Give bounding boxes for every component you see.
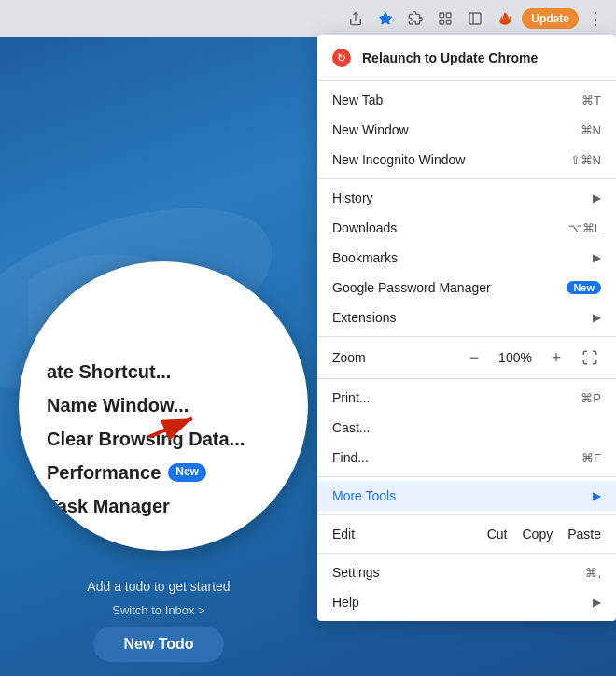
zoom-menu-item[interactable]: Zoom − 100% + <box>317 341 616 374</box>
switch-inbox-link[interactable]: Switch to Inbox > <box>112 603 204 617</box>
zoom-label: Zoom <box>332 350 463 365</box>
bookmarks-arrow-icon: ▶ <box>593 251 601 264</box>
password-manager-menu-item[interactable]: Google Password Manager New <box>317 273 616 303</box>
svg-rect-4 <box>440 20 444 24</box>
magnify-item-performance[interactable]: Performance New <box>47 460 206 485</box>
svg-rect-6 <box>469 13 481 24</box>
sidebar-icon[interactable] <box>462 6 488 32</box>
edit-menu-item[interactable]: Edit Cut Copy Paste <box>317 519 616 549</box>
copy-button[interactable]: Copy <box>523 527 553 542</box>
divider-3 <box>317 336 616 337</box>
divider-2 <box>317 178 616 179</box>
three-dots-menu-icon[interactable]: ⋮ <box>582 6 609 32</box>
bottom-content: Add a todo to get started Switch to Inbo… <box>0 564 317 676</box>
divider-6 <box>317 514 616 515</box>
puzzle-icon[interactable] <box>402 6 428 32</box>
svg-rect-5 <box>447 20 452 24</box>
edit-label: Edit <box>332 527 487 542</box>
magnify-item-shortcut[interactable]: ate Shortcut... <box>47 359 171 384</box>
help-menu-item[interactable]: Help ▶ <box>317 587 616 617</box>
relaunch-icon: ↻ <box>332 49 351 67</box>
more-tools-arrow-icon: ▶ <box>593 489 601 502</box>
extensions-menu-item[interactable]: Extensions ▶ <box>317 303 616 332</box>
new-window-menu-item[interactable]: New Window ⌘N <box>317 115 616 145</box>
history-arrow-icon: ▶ <box>593 191 601 204</box>
divider-7 <box>317 553 616 554</box>
cast-menu-item[interactable]: Cast... <box>317 413 616 443</box>
zoom-fullscreen-icon[interactable] <box>579 346 601 369</box>
downloads-menu-item[interactable]: Downloads ⌥⌘L <box>317 213 616 243</box>
bookmarks-menu-item[interactable]: Bookmarks ▶ <box>317 243 616 273</box>
add-todo-text: Add a todo to get started <box>87 579 230 594</box>
svg-rect-2 <box>440 13 444 18</box>
zoom-controls: − 100% + <box>463 346 601 369</box>
divider-4 <box>317 378 616 379</box>
password-manager-new-badge: New <box>567 281 601 294</box>
chrome-dropdown-menu: ↻ Relaunch to Update Chrome New Tab ⌘T N… <box>317 35 616 621</box>
new-todo-button[interactable]: New Todo <box>93 627 223 662</box>
divider-5 <box>317 476 616 477</box>
edit-actions: Cut Copy Paste <box>487 527 601 542</box>
paste-button[interactable]: Paste <box>567 527 601 542</box>
relaunch-menu-item[interactable]: ↻ Relaunch to Update Chrome <box>317 39 616 77</box>
extensions-arrow-icon: ▶ <box>593 311 601 324</box>
new-incognito-menu-item[interactable]: New Incognito Window ⇧⌘N <box>317 145 616 175</box>
update-button[interactable]: Update <box>522 8 579 29</box>
find-menu-item[interactable]: Find... ⌘F <box>317 443 616 472</box>
settings-menu-item[interactable]: Settings ⌘, <box>317 557 616 587</box>
chrome-toolbar: Update ⋮ <box>0 0 616 37</box>
flame-icon[interactable] <box>492 6 518 32</box>
help-arrow-icon: ▶ <box>593 596 601 609</box>
star-icon[interactable] <box>372 6 399 32</box>
cut-button[interactable]: Cut <box>487 527 508 542</box>
zoom-minus-button[interactable]: − <box>463 346 485 369</box>
relaunch-text: Relaunch to Update Chrome <box>362 50 601 65</box>
extensions-icon[interactable] <box>432 6 458 32</box>
zoom-plus-button[interactable]: + <box>545 346 567 369</box>
divider-1 <box>317 80 616 81</box>
history-menu-item[interactable]: History ▶ <box>317 183 616 213</box>
share-icon[interactable] <box>343 6 369 32</box>
svg-rect-3 <box>447 13 452 18</box>
zoom-value: 100% <box>497 350 534 365</box>
new-tab-menu-item[interactable]: New Tab ⌘T <box>317 85 616 115</box>
print-menu-item[interactable]: Print... ⌘P <box>317 383 616 413</box>
more-tools-menu-item[interactable]: More Tools ▶ <box>317 481 616 511</box>
